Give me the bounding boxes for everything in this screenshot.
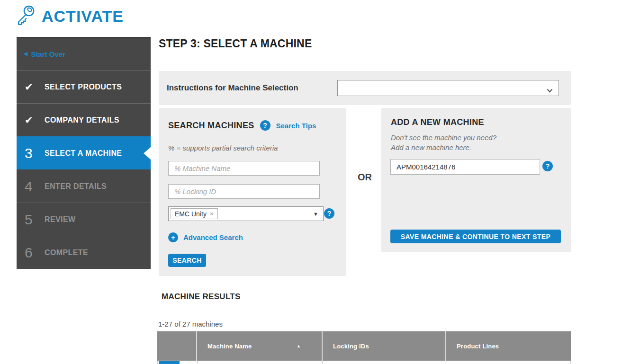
row-locking-ids-cell [323,361,446,364]
add-new-machine-panel: ADD A NEW MACHINE Don't see the machine … [381,108,571,252]
app-logo: ACTIVATE [14,4,124,28]
product-line-help-icon[interactable]: ? [324,208,334,219]
add-machine-hint-line1: Don't see the machine you need? [391,133,496,142]
step-label: SELECT A MACHINE [45,149,122,158]
title-divider [159,58,571,58]
results-count: 1-27 of 27 machines [158,320,223,328]
or-divider: OR [358,172,372,183]
step-label: ENTER DETAILS [45,182,107,191]
step-label: COMPLETE [45,249,88,257]
product-line-multiselect[interactable]: EMC Unity × ▼ [168,206,324,221]
instructions-panel: Instructions for Machine Selection [159,71,571,105]
check-icon: ✔ [25,115,33,126]
app-title: ACTIVATE [42,7,124,26]
page-title: STEP 3: SELECT A MACHINE [159,37,312,50]
row-product-lines-cell [446,361,570,364]
table-row[interactable] [157,361,571,364]
table-header-row: Machine Name ▲ Locking IDs Product Lines [157,331,571,361]
sort-asc-icon: ▲ [297,344,301,348]
machine-results-table: Machine Name ▲ Locking IDs Product Lines [157,331,571,364]
sidebar-step-complete[interactable]: 6 COMPLETE [17,236,151,269]
step-label: COMPANY DETAILS [45,116,119,124]
column-header-select[interactable] [157,331,197,361]
activate-page: ACTIVATE ◀ Start Over ✔ SELECT PRODUCTS … [0,0,631,364]
new-machine-id-input[interactable] [390,159,540,175]
column-header-product-lines[interactable]: Product Lines [446,331,571,361]
column-header-locking-ids[interactable]: Locking IDs [323,331,446,361]
sidebar-step-company-details[interactable]: ✔ COMPANY DETAILS [17,103,151,136]
row-select-cell[interactable] [158,361,198,364]
step-number: 3 [25,145,33,161]
step-number: 4 [25,178,33,195]
add-machine-hint-line2: Add a new machine here. [391,142,496,152]
sidebar-step-select-products[interactable]: ✔ SELECT PRODUCTS [17,70,151,103]
search-machines-panel: SEARCH MACHINES ? Search Tips % = suppor… [159,108,346,276]
search-button[interactable]: SEARCH [168,254,206,267]
product-line-tag-label: EMC Unity [175,210,207,218]
active-step-notch [144,147,151,160]
save-machine-button[interactable]: SAVE MACHINE & CONTINUE TO NEXT STEP [390,230,561,243]
step-label: REVIEW [45,215,76,224]
start-over-link[interactable]: ◀ Start Over [17,38,151,70]
row-machine-name-cell [198,361,323,364]
remove-tag-icon[interactable]: × [210,210,214,217]
product-line-tag[interactable]: EMC Unity × [171,208,218,219]
partial-search-hint: % = supports partial search criteria [168,144,278,152]
check-icon: ✔ [25,81,33,93]
sidebar-step-enter-details[interactable]: 4 ENTER DETAILS [17,169,151,203]
plus-icon: + [168,232,178,242]
machine-results-title: MACHINE RESULTS [162,292,241,302]
row-selected-indicator [159,361,180,364]
start-over-label: Start Over [31,50,65,58]
instructions-label: Instructions for Machine Selection [167,83,298,93]
add-machine-hint: Don't see the machine you need? Add a ne… [391,133,496,152]
key-icon [14,4,37,28]
step-label: SELECT PRODUCTS [45,83,122,91]
search-help-icon[interactable]: ? [260,120,270,131]
search-machines-title: SEARCH MACHINES [168,121,254,131]
step-sidebar: ◀ Start Over ✔ SELECT PRODUCTS ✔ COMPANY… [17,37,151,269]
column-header-machine-name[interactable]: Machine Name ▲ [197,331,323,361]
column-label: Machine Name [207,343,252,350]
machine-name-input[interactable] [168,161,320,176]
dropdown-arrow-icon: ▼ [313,211,318,217]
add-machine-help-icon[interactable]: ? [542,161,553,171]
step-number: 6 [25,245,33,261]
chevron-down-icon [547,86,553,95]
advanced-search-link[interactable]: + Advanced Search [168,232,243,242]
locking-id-input[interactable] [168,184,320,199]
advanced-search-label: Advanced Search [183,233,243,241]
step-number: 5 [25,212,33,228]
sidebar-step-review[interactable]: 5 REVIEW [17,203,151,236]
search-tips-link[interactable]: Search Tips [276,122,316,130]
add-machine-title: ADD A NEW MACHINE [391,117,484,127]
instructions-select[interactable] [337,80,559,96]
back-arrow-icon: ◀ [24,51,27,57]
sidebar-step-select-a-machine[interactable]: 3 SELECT A MACHINE [17,136,151,169]
